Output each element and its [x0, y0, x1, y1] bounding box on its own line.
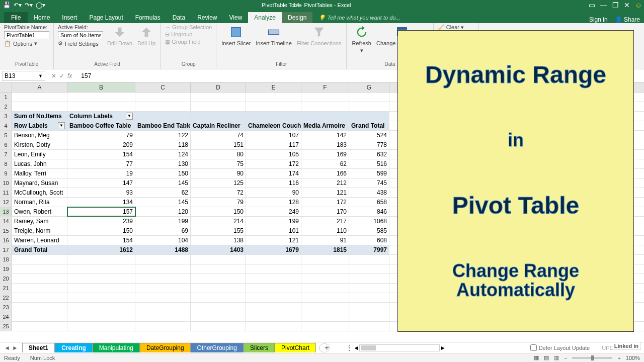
drill-down-button[interactable]: Drill Down [106, 24, 133, 47]
cell[interactable]: Maynard, Susan [12, 178, 67, 188]
row-header[interactable]: 19 [0, 264, 12, 274]
pivottable-options-button[interactable]: 📋 Options ▾ [4, 40, 49, 47]
cell[interactable] [191, 93, 246, 102]
enter-formula-icon[interactable]: ✓ [59, 72, 64, 79]
cell[interactable]: 62 [135, 188, 191, 197]
row-header[interactable]: 13 [0, 207, 12, 216]
cell[interactable]: 79 [67, 131, 135, 140]
cell[interactable]: 91 [301, 236, 349, 245]
smiley-icon[interactable]: ☺ [635, 1, 642, 9]
cell[interactable] [135, 322, 191, 331]
tab-view[interactable]: View [223, 12, 249, 23]
cell[interactable]: 1403 [191, 245, 246, 254]
cell[interactable]: 632 [349, 150, 389, 159]
cell[interactable]: 1679 [246, 245, 301, 254]
cell[interactable] [67, 264, 135, 274]
tab-design[interactable]: Design [282, 12, 312, 23]
row-header[interactable]: 24 [0, 312, 12, 321]
cell[interactable]: Warren, Leonard [12, 236, 67, 245]
cell[interactable] [246, 303, 301, 312]
row-labels-filter-icon[interactable]: ▼ [58, 122, 65, 129]
cell[interactable] [301, 93, 349, 102]
cell[interactable] [246, 93, 301, 102]
cell[interactable] [12, 102, 67, 111]
cell[interactable] [246, 322, 301, 331]
cell[interactable]: 172 [301, 198, 349, 207]
cell[interactable] [135, 93, 191, 102]
ungroup-button[interactable]: ⊟ Ungroup [165, 31, 212, 38]
row-header[interactable]: 15 [0, 226, 12, 235]
cell[interactable] [135, 312, 191, 321]
redo-icon[interactable]: ↷▾ [25, 2, 33, 9]
cell[interactable]: 170 [301, 207, 349, 216]
qat-customize-icon[interactable]: ◯▾ [36, 2, 45, 9]
cell[interactable]: 172 [246, 159, 301, 168]
close-icon[interactable]: ✕ [624, 1, 630, 9]
tab-nav-prev-icon[interactable]: ◄ [4, 344, 10, 351]
row-header[interactable]: 6 [0, 140, 12, 149]
cell[interactable] [246, 112, 301, 121]
cell[interactable] [191, 264, 246, 274]
col-header-B[interactable]: B [67, 82, 135, 92]
cell[interactable]: McCullough, Scott [12, 188, 67, 197]
cell[interactable]: 74 [191, 131, 246, 140]
cell[interactable] [349, 264, 389, 274]
row-header[interactable]: 20 [0, 274, 12, 283]
cell[interactable] [349, 312, 389, 321]
cell[interactable] [349, 293, 389, 302]
cell[interactable]: 157 [67, 207, 135, 216]
cell[interactable] [191, 274, 246, 283]
cell[interactable]: Norman, Rita [12, 198, 67, 207]
row-header[interactable]: 14 [0, 217, 12, 226]
cell[interactable]: 145 [135, 178, 191, 188]
cell[interactable] [349, 303, 389, 312]
cell[interactable] [301, 255, 349, 264]
row-header[interactable]: 5 [0, 131, 12, 140]
cell[interactable]: 130 [135, 159, 191, 168]
view-normal-icon[interactable]: ▦ [534, 354, 539, 361]
sheet-tab-dategrouping[interactable]: DateGrouping [140, 343, 191, 352]
cell[interactable]: 1815 [301, 245, 349, 254]
sheet-tab-pivotchart[interactable]: PivotChart [275, 343, 316, 352]
cell[interactable] [191, 284, 246, 293]
cell[interactable]: Ramey, Sam [12, 217, 67, 226]
cell[interactable]: 90 [246, 188, 301, 197]
cell[interactable]: 154 [67, 150, 135, 159]
cell[interactable] [67, 293, 135, 302]
cell[interactable]: 72 [191, 188, 246, 197]
cell[interactable] [301, 102, 349, 111]
cell[interactable] [301, 284, 349, 293]
row-header[interactable]: 17 [0, 245, 12, 254]
cell[interactable]: 199 [135, 217, 191, 226]
cell[interactable]: 212 [301, 178, 349, 188]
cell[interactable]: 169 [301, 150, 349, 159]
cell[interactable]: 174 [246, 169, 301, 178]
cell[interactable]: 7997 [349, 245, 389, 254]
cell[interactable] [67, 93, 135, 102]
cell[interactable]: 125 [191, 178, 246, 188]
select-all-corner[interactable] [0, 82, 12, 92]
cell[interactable] [135, 102, 191, 111]
cell[interactable]: 138 [191, 236, 246, 245]
cell[interactable]: 75 [191, 159, 246, 168]
cell[interactable]: 516 [349, 159, 389, 168]
column-labels-filter-icon[interactable]: ▼ [126, 113, 133, 120]
cell[interactable] [246, 102, 301, 111]
group-selection-button[interactable]: → Group Selection [165, 24, 212, 30]
col-header-D[interactable]: D [191, 82, 246, 92]
cell[interactable] [191, 312, 246, 321]
view-pagelayout-icon[interactable]: ▤ [544, 354, 549, 361]
cell[interactable]: 62 [301, 159, 349, 168]
cell[interactable] [246, 274, 301, 283]
cell[interactable] [301, 312, 349, 321]
cell[interactable]: Leon, Emily [12, 150, 67, 159]
cell[interactable]: 120 [135, 207, 191, 216]
cell[interactable]: 1488 [135, 245, 191, 254]
cell[interactable]: 166 [301, 169, 349, 178]
refresh-button[interactable]: Refresh▾ [351, 24, 372, 55]
cell[interactable] [12, 284, 67, 293]
cell[interactable]: 147 [67, 178, 135, 188]
col-header-F[interactable]: F [301, 82, 349, 92]
cell[interactable] [12, 264, 67, 274]
cell[interactable]: Grand Total [12, 245, 67, 254]
